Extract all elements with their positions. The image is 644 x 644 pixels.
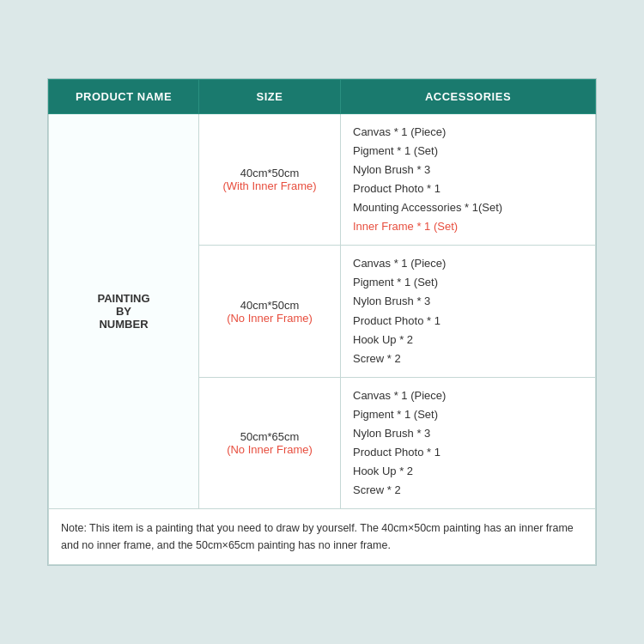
size-sub: (No Inner Frame) [208,443,331,456]
header-accessories: ACCESSORIES [341,79,596,113]
accessory-item: Product Photo * 1 [353,312,583,331]
accessory-item: Canvas * 1 (Piece) [353,254,583,273]
size-cell: 50cm*65cm(No Inner Frame) [199,377,341,509]
accessory-item: Screw * 2 [353,481,583,500]
header-product-name: PRODUCT NAME [49,79,199,113]
accessory-item: Hook Up * 2 [353,462,583,481]
note-row: Note: This item is a painting that you n… [49,509,596,565]
accessory-item: Mounting Accessories * 1(Set) [353,198,583,217]
accessory-item: Screw * 2 [353,349,583,368]
accessory-item: Pigment * 1 (Set) [353,405,583,424]
size-cell: 40cm*50cm(With Inner Frame) [199,113,341,246]
product-table-wrapper: PRODUCT NAME SIZE ACCESSORIES PAINTING B… [47,78,597,567]
accessory-item: Nylon Brush * 3 [353,424,583,443]
accessory-item: Product Photo * 1 [353,179,583,198]
header-size: SIZE [199,79,341,113]
accessory-item: Nylon Brush * 3 [353,161,583,179]
size-main: 50cm*65cm [208,430,331,443]
table-row: PAINTING BY NUMBER40cm*50cm(With Inner F… [49,113,596,246]
product-name-cell: PAINTING BY NUMBER [49,113,199,509]
accessory-item: Pigment * 1 (Set) [353,273,583,292]
size-cell: 40cm*50cm(No Inner Frame) [199,246,341,378]
size-main: 40cm*50cm [208,299,331,312]
accessory-item: Canvas * 1 (Piece) [353,386,583,405]
accessories-cell: Canvas * 1 (Piece)Pigment * 1 (Set)Nylon… [341,246,596,378]
note-cell: Note: This item is a painting that you n… [49,509,596,565]
accessory-item: Inner Frame * 1 (Set) [353,217,583,236]
accessory-item: Hook Up * 2 [353,331,583,349]
accessory-item: Pigment * 1 (Set) [353,142,583,161]
accessories-cell: Canvas * 1 (Piece)Pigment * 1 (Set)Nylon… [341,113,596,246]
table-header-row: PRODUCT NAME SIZE ACCESSORIES [49,79,596,113]
size-main: 40cm*50cm [208,167,331,179]
size-sub: (With Inner Frame) [208,179,331,192]
accessory-item: Canvas * 1 (Piece) [353,123,583,142]
accessory-item: Nylon Brush * 3 [353,292,583,311]
accessories-cell: Canvas * 1 (Piece)Pigment * 1 (Set)Nylon… [341,377,596,509]
product-table: PRODUCT NAME SIZE ACCESSORIES PAINTING B… [48,79,596,566]
size-sub: (No Inner Frame) [208,312,331,325]
accessory-item: Product Photo * 1 [353,443,583,462]
